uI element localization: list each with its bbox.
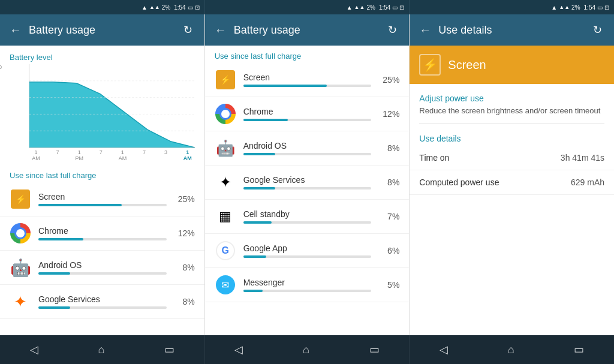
status-bar-panel1: ▲ ▲▲ 2% 1:54 ▭ ⊡	[0, 0, 205, 14]
panel3-power-use-value: 629 mAh	[571, 178, 604, 187]
battery-icon-2: ▭	[392, 4, 398, 11]
panel2-screen-info: Screen	[243, 73, 372, 87]
panel2-google-services-icon: ✦	[215, 172, 236, 193]
panel1-item-screen[interactable]: ⚡ Screen 25%	[0, 182, 204, 216]
panel1-chrome-bar	[38, 238, 83, 240]
panel2-item-google-app[interactable]: G Google App 6%	[205, 234, 410, 268]
panel2-item-messenger[interactable]: ✉ Messenger 5%	[205, 268, 410, 302]
panel2-messenger-info: Messenger	[243, 278, 372, 292]
google-services-icon: ✦	[10, 291, 31, 312]
panel1-toolbar: ← Battery usage ↻	[0, 14, 204, 46]
panel1-android-name: Android OS	[38, 260, 167, 270]
panel1-screen-bar	[38, 204, 122, 206]
wifi-icon-3: ▲	[551, 4, 557, 11]
battery-chart	[29, 64, 195, 148]
chrome-icon	[10, 222, 31, 244]
panel1-item-google-services[interactable]: ✦ Google Services 8%	[0, 285, 204, 319]
panel2-item-cell-standby[interactable]: ▦ Cell standby 7%	[205, 200, 410, 234]
panel3-adjust-power-label: Adjust power use	[410, 84, 614, 106]
panel1-google-services-name: Google Services	[38, 294, 167, 304]
panel2-android-info: Android OS	[243, 141, 372, 155]
panel3-details-header: ⚡ Screen	[410, 46, 614, 84]
panel2-android-percent: 8%	[378, 143, 399, 153]
panel3-power-use-row: Computed power use 629 mAh	[410, 170, 614, 195]
panel1-screen-info: Screen	[38, 192, 167, 206]
panel2-nav-bar: ◁ ⌂ ▭	[205, 335, 410, 364]
panel3-home-nav[interactable]: ⌂	[501, 339, 522, 361]
panel2-google-services-percent: 8%	[378, 178, 399, 187]
panel3-adjust-power-desc: Reduce the screen brightness and/or scre…	[410, 106, 614, 124]
panel2-recent-nav[interactable]: ▭	[362, 338, 387, 361]
wifi-icon-1: ▲	[142, 4, 148, 11]
panel1-android-bar	[38, 272, 70, 275]
panel2-google-app-info: Google App	[243, 243, 372, 258]
panel2-item-google-services[interactable]: ✦ Google Services 8%	[205, 166, 410, 200]
battery-percent-3: 2%	[571, 4, 580, 11]
battery-percent-2: 2%	[366, 4, 375, 11]
navigation-bars: ◁ ⌂ ▭ ◁ ⌂ ▭ ◁ ⌂ ▭	[0, 335, 614, 364]
panel2-home-nav[interactable]: ⌂	[296, 339, 317, 361]
panel3-title: Use details	[438, 24, 583, 37]
panel2-back-nav[interactable]: ◁	[227, 338, 250, 361]
panel1-item-chrome[interactable]: Chrome 12%	[0, 216, 204, 251]
panel3-back-nav[interactable]: ◁	[432, 338, 455, 361]
battery-icon-3: ▭	[597, 4, 603, 11]
panel2-messenger-percent: 5%	[378, 280, 399, 290]
panel2-android-icon: 🤖	[215, 137, 236, 159]
panel3-refresh-button[interactable]: ↻	[591, 21, 604, 39]
panel1-google-services-bar	[38, 306, 70, 309]
panel2-chrome-icon	[215, 103, 236, 125]
panel2-chrome-info: Chrome	[243, 107, 372, 121]
panel3-recent-nav[interactable]: ▭	[567, 338, 591, 361]
panel1-refresh-button[interactable]: ↻	[181, 21, 195, 39]
panel2-screen-name: Screen	[243, 73, 372, 82]
panel1-battery-usage: ← Battery usage ↻ Battery level 100 80 6…	[0, 14, 205, 335]
panel3-back-button[interactable]: ←	[419, 23, 431, 37]
panel1-home-nav[interactable]: ⌂	[91, 339, 112, 361]
panel1-android-percent: 8%	[174, 263, 195, 272]
panel2-item-screen[interactable]: ⚡ Screen 25%	[205, 63, 410, 97]
panel1-screen-percent: 25%	[174, 194, 195, 204]
panel2-google-services-name: Google Services	[243, 175, 372, 185]
panel2-google-services-info: Google Services	[243, 175, 372, 189]
panel3-time-on-value: 3h 41m 41s	[561, 153, 604, 163]
panel2-section-label: Use since last full charge	[205, 46, 410, 63]
panel2-google-app-percent: 6%	[378, 246, 399, 255]
panel1-android-info: Android OS	[38, 260, 167, 275]
panel3-time-on-label: Time on	[419, 153, 449, 163]
panel2-screen-percent: 25%	[378, 75, 399, 85]
signal-icon-3: ▲▲	[559, 4, 570, 10]
panel1-chrome-percent: 12%	[174, 228, 195, 238]
panel1-android-bar-bg	[38, 272, 167, 275]
panel1-back-button[interactable]: ←	[10, 23, 22, 37]
panel1-back-nav[interactable]: ◁	[23, 338, 46, 361]
panel2-messenger-name: Messenger	[243, 278, 372, 287]
panel2-cell-info: Cell standby	[243, 209, 372, 224]
panel2-item-chrome[interactable]: Chrome 12%	[205, 97, 410, 131]
panel3-toolbar: ← Use details ↻	[410, 14, 614, 46]
signal-icon-2: ▲▲	[354, 4, 365, 10]
battery-level-label: Battery level	[10, 53, 195, 62]
panel2-messenger-icon: ✉	[215, 274, 236, 296]
image-icon-3: ⊡	[604, 4, 609, 11]
battery-icon-1: ▭	[188, 4, 193, 11]
panel2-refresh-button[interactable]: ↻	[386, 21, 399, 39]
time-2: 1:54	[379, 4, 390, 11]
panel2-android-name: Android OS	[243, 141, 372, 151]
battery-percent-1: 2%	[162, 4, 170, 11]
panel2-item-android[interactable]: 🤖 Android OS 8%	[205, 131, 410, 166]
panel3-content: Adjust power use Reduce the screen brigh…	[410, 84, 614, 335]
panel2-cell-name: Cell standby	[243, 209, 372, 219]
panel1-nav-bar: ◁ ⌂ ▭	[0, 335, 205, 364]
image-icon-2: ⊡	[399, 4, 404, 11]
panel1-recent-nav[interactable]: ▭	[157, 338, 182, 361]
status-bar-panel3: ▲ ▲▲ 2% 1:54 ▭ ⊡	[410, 0, 614, 14]
panel1-chrome-name: Chrome	[38, 226, 167, 236]
android-icon: 🤖	[10, 257, 31, 278]
panel3-nav-bar: ◁ ⌂ ▭	[410, 335, 614, 364]
battery-chart-section: Battery level 100 80 60 40 20	[0, 46, 204, 166]
panel1-google-services-bar-bg	[38, 306, 167, 309]
panel2-back-button[interactable]: ←	[215, 23, 227, 37]
panel1-item-android[interactable]: 🤖 Android OS 8%	[0, 251, 204, 285]
image-icon-1: ⊡	[195, 4, 200, 11]
